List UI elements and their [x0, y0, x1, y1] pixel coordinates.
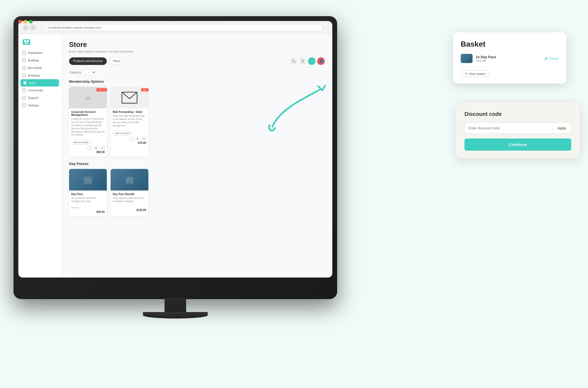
maximize-traffic-light[interactable] [29, 20, 33, 23]
product-name-daypass: Day Pass [71, 193, 105, 196]
discount-apply-button[interactable]: Apply [552, 123, 571, 133]
back-button[interactable]: ‹ [23, 25, 29, 30]
product-info-corporate: Corporate Account Management Looking for… [69, 108, 107, 139]
qty-input-corporate[interactable] [93, 146, 99, 150]
add-to-plan-btn-mail[interactable]: Add to my plan [113, 131, 132, 136]
basket-item-type: One-off [476, 59, 541, 62]
filter-bar: Category: - [69, 69, 325, 75]
forward-button[interactable]: › [30, 25, 36, 30]
search-icon[interactable]: 🔍 [290, 57, 297, 65]
tab-products-services[interactable]: Products and Services [69, 57, 107, 65]
sidebar-item-dashboard[interactable]: Dashboard [18, 49, 61, 57]
teal-arrow [264, 81, 332, 135]
traffic-lights [18, 20, 33, 23]
basket-change-button[interactable]: 🔗 Change [544, 57, 559, 60]
price-corporate: $60.00 [69, 151, 107, 154]
discount-input-row: Apply [464, 123, 571, 134]
day-passes-section-title: Day Passes [69, 162, 325, 166]
product-name-bundle: Day Pass Bundle [113, 193, 146, 196]
qty-row-mail: - + [111, 137, 148, 141]
product-card-mail: NEW Mail Forwarding : Daily Have your ma… [111, 87, 148, 156]
support-icon [22, 96, 26, 100]
basket-item-thumbnail [461, 54, 473, 63]
cart-icon[interactable]: 🛒 [308, 57, 316, 65]
sold-out-badge: Sold out [97, 88, 107, 91]
discount-title: Discount code [464, 111, 571, 117]
basket-panel: Basket 1x Day Pass One-off 🔗 Change ✕ Cl… [453, 32, 566, 84]
product-image-mail: NEW [111, 87, 148, 108]
top-actions: 🔍 ☰ 🛒 👤 [290, 57, 325, 65]
price-daypass: $30.00 [69, 210, 107, 213]
product-desc-bundle: Come spend 5 days with us at NunoDesk Ar… [113, 197, 146, 203]
day-passes-products-grid: 🏢 Day Pass Get access to NunoDesk Arling… [69, 169, 325, 216]
basket-item-row: 1x Day Pass One-off 🔗 Change [461, 54, 559, 67]
sidebar-item-store[interactable]: Store [20, 79, 59, 86]
category-select[interactable]: - [85, 69, 96, 75]
qty-input-mail[interactable] [134, 137, 141, 141]
product-image-daypass: 🏢 [69, 169, 107, 190]
tab-plans[interactable]: Plans [109, 57, 125, 65]
browser-nav: ‹ › [23, 25, 36, 30]
qty-minus-corporate[interactable]: - [87, 146, 92, 150]
product-name-corporate: Corporate Account Management [71, 110, 105, 116]
product-type-daypass: One-off [69, 206, 107, 209]
discount-code-input[interactable] [465, 123, 552, 133]
sidebar-item-bookings[interactable]: Bookings [18, 72, 61, 79]
product-image-bundle: 🏢 [111, 169, 148, 190]
monitor-stand-neck [165, 298, 186, 313]
qty-plus-corporate[interactable]: + [100, 146, 105, 150]
minimize-traffic-light[interactable] [24, 20, 27, 23]
continue-button[interactable]: Continue [464, 138, 571, 151]
add-to-plan-btn-corporate[interactable]: Add to my plan [71, 140, 90, 145]
product-card-bundle: 🏢 Day Pass Bundle Come spend 5 days with… [111, 169, 148, 216]
product-info-mail: Mail Forwarding : Daily Have your mail f… [111, 108, 148, 130]
sidebar-item-myactivity[interactable]: My Activity [18, 64, 61, 72]
close-traffic-light[interactable] [18, 20, 22, 23]
product-name-mail: Mail Forwarding : Daily [113, 110, 146, 113]
product-info-bundle: Day Pass Bundle Come spend 5 days with u… [111, 190, 148, 206]
product-desc-daypass: Get access to NunoDesk Arlington for a d… [71, 197, 105, 203]
basket-item-details: 1x Day Pass One-off [476, 55, 541, 62]
list-icon[interactable]: ☰ [299, 57, 306, 65]
envelope-svg [121, 92, 138, 104]
user-icon[interactable]: 👤 [317, 57, 325, 65]
activity-icon [22, 66, 26, 70]
store-icon [23, 81, 27, 85]
new-badge: NEW [141, 88, 148, 91]
price-mail: $70.00 [111, 141, 148, 144]
page-subtitle: A one stop shop for products, services a… [69, 50, 325, 53]
qty-row-corporate: - + [69, 146, 107, 151]
sidebar-item-building[interactable]: Building › [18, 57, 61, 64]
product-desc-corporate: Looking for a way to control your accoun… [71, 117, 105, 137]
clear-basket-button[interactable]: ✕ Clear basket [461, 70, 489, 77]
building-icon [22, 58, 26, 62]
monitor-stand-base [143, 312, 208, 318]
svg-rect-1 [27, 40, 29, 42]
sidebar: Dashboard Building › My Activity Booking… [18, 34, 61, 278]
qty-plus-mail[interactable]: + [142, 137, 146, 141]
page-title: Store [69, 40, 325, 49]
screen-bezel: ‹ › nunodesk.arlington.spaces.nexudus.co… [18, 21, 332, 278]
monitor: ‹ › nunodesk.arlington.spaces.nexudus.co… [13, 16, 337, 299]
product-card-corporate: Sold out Corporate Account Management Lo… [69, 87, 107, 156]
community-icon [22, 88, 26, 92]
dashboard-icon [22, 51, 26, 55]
sidebar-logo [18, 37, 61, 49]
sidebar-item-settings[interactable]: Settings › [18, 102, 61, 109]
image-placeholder-icon [85, 95, 91, 101]
qty-minus-mail[interactable]: - [129, 137, 133, 141]
sidebar-item-community[interactable]: Community › [18, 86, 61, 94]
product-desc-mail: Have your mail forwarded Daily to the ad… [113, 115, 146, 127]
app-layout: Dashboard Building › My Activity Booking… [18, 34, 332, 278]
browser-chrome: ‹ › nunodesk.arlington.spaces.nexudus.co… [18, 21, 332, 34]
address-bar[interactable]: nunodesk.arlington.spaces.nexudus.com [44, 24, 323, 31]
price-bundle: $125.00 [111, 209, 148, 212]
basket-title: Basket [461, 40, 559, 48]
product-info-daypass: Day Pass Get access to NunoDesk Arlingto… [69, 190, 107, 206]
settings-icon [22, 103, 26, 107]
sidebar-item-support[interactable]: Support [18, 94, 61, 102]
main-content: Store A one stop shop for products, serv… [61, 34, 332, 278]
logo-icon [23, 39, 30, 45]
tab-bar: Products and Services Plans 🔍 ☰ 🛒 👤 [69, 57, 325, 65]
bookings-icon [22, 74, 26, 77]
